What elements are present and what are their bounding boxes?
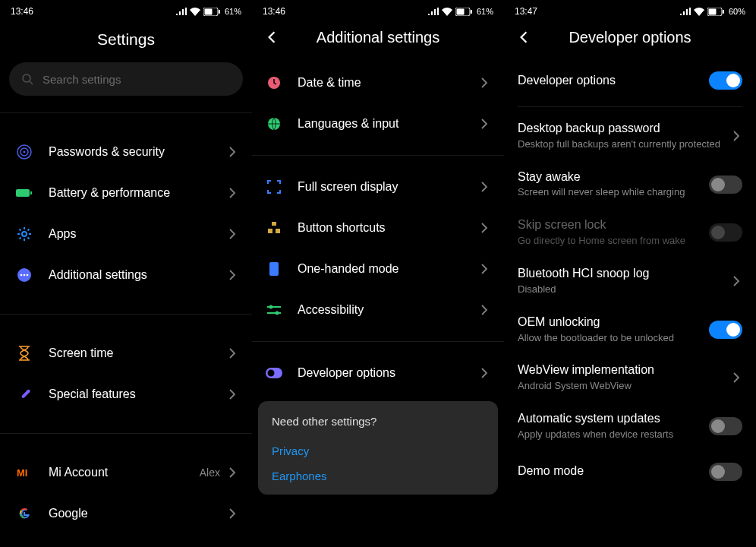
- toggle-oem-unlocking[interactable]: [709, 321, 742, 339]
- chevron-right-icon: [226, 507, 238, 520]
- google-logo-icon: [14, 503, 35, 524]
- status-icons: 61%: [176, 7, 241, 16]
- signal-icon: [176, 8, 187, 15]
- gear-icon: [14, 223, 35, 245]
- svg-rect-15: [21, 389, 31, 399]
- row-developer-options[interactable]: Developer options: [252, 353, 504, 394]
- row-stay-awake[interactable]: Stay awake Screen will never sleep while…: [504, 160, 756, 209]
- svg-point-13: [24, 274, 26, 277]
- svg-point-7: [24, 151, 26, 153]
- row-additional-settings[interactable]: Additional settings: [0, 255, 252, 296]
- toggle-icon: [266, 365, 282, 381]
- card-title: Need other settings?: [272, 415, 484, 428]
- row-title: Automatic system updates: [518, 411, 701, 427]
- row-subtitle: Disabled: [518, 283, 723, 296]
- svg-point-31: [268, 370, 275, 377]
- wand-icon: [14, 384, 35, 405]
- svg-rect-8: [16, 189, 30, 197]
- row-bluetooth-hci-snoop-log[interactable]: Bluetooth HCI snoop log Disabled: [504, 257, 756, 305]
- row-mi-account[interactable]: MI Mi Account Alex: [0, 452, 252, 493]
- row-desktop-backup-password[interactable]: Desktop backup password Desktop full bac…: [504, 112, 756, 160]
- row-label: Apps: [49, 227, 226, 241]
- shortcuts-icon: [266, 220, 282, 236]
- status-battery: 61%: [225, 7, 241, 16]
- row-title: Skip screen lock: [518, 217, 701, 233]
- row-value: Alex: [200, 466, 220, 479]
- row-accessibility[interactable]: Accessibility: [252, 289, 504, 330]
- chevron-right-icon: [226, 146, 238, 158]
- chevron-right-icon: [478, 222, 490, 234]
- chevron-right-icon: [478, 263, 490, 275]
- status-time: 13:47: [515, 6, 537, 17]
- row-label: Battery & performance: [49, 186, 226, 200]
- row-label: Mi Account: [49, 466, 200, 479]
- row-subtitle: Screen will never sleep while charging: [518, 186, 701, 199]
- svg-rect-1: [204, 8, 212, 14]
- chevron-right-icon: [478, 367, 490, 379]
- back-button[interactable]: [263, 28, 281, 46]
- row-passwords-security[interactable]: Passwords & security: [0, 131, 252, 172]
- battery-icon: [14, 182, 35, 204]
- status-icons: 61%: [428, 7, 493, 16]
- toggle-automatic-system-updates[interactable]: [709, 417, 742, 435]
- chevron-left-icon: [265, 30, 279, 44]
- row-label: Additional settings: [49, 268, 226, 282]
- svg-point-29: [276, 311, 279, 315]
- status-battery: 61%: [477, 7, 493, 16]
- row-webview-implementation[interactable]: WebView implementation Android System We…: [504, 353, 756, 402]
- battery-icon: [203, 8, 220, 16]
- link-earphones[interactable]: Earphones: [272, 463, 484, 489]
- wifi-icon: [442, 8, 452, 16]
- row-languages-input[interactable]: Languages & input: [252, 103, 504, 144]
- hourglass-icon: [14, 343, 35, 364]
- svg-rect-25: [269, 262, 279, 276]
- search-placeholder: Search settings: [43, 73, 121, 86]
- row-battery-performance[interactable]: Battery & performance: [0, 172, 252, 213]
- phone-icon: [266, 261, 282, 277]
- wifi-icon: [190, 8, 200, 16]
- page-title: Settings: [0, 20, 252, 62]
- row-subtitle: Allow the bootloader to be unlocked: [518, 332, 701, 345]
- row-subtitle: Android System WebView: [518, 380, 723, 393]
- row-screen-time[interactable]: Screen time: [0, 333, 252, 374]
- battery-icon: [455, 8, 472, 16]
- dots-icon: [14, 264, 35, 286]
- row-title: OEM unlocking: [518, 315, 701, 330]
- row-one-handed-mode[interactable]: One-handed mode: [252, 248, 504, 289]
- row-google[interactable]: Google: [0, 493, 252, 534]
- row-full-screen-display[interactable]: Full screen display: [252, 166, 504, 207]
- row-title: Demo mode: [518, 463, 701, 479]
- link-privacy[interactable]: Privacy: [272, 438, 484, 463]
- chevron-right-icon: [226, 269, 238, 281]
- divider: [518, 106, 742, 107]
- row-special-features[interactable]: Special features: [0, 374, 252, 415]
- status-bar: 13:46 61%: [252, 0, 504, 20]
- toggle-stay-awake[interactable]: [709, 175, 742, 194]
- row-developer-options-master[interactable]: Developer options: [504, 59, 756, 102]
- chevron-right-icon: [478, 181, 490, 193]
- row-label: Button shortcuts: [298, 221, 478, 235]
- row-oem-unlocking[interactable]: OEM unlocking Allow the bootloader to be…: [504, 305, 756, 354]
- row-date-time[interactable]: Date & time: [252, 62, 504, 103]
- svg-point-12: [20, 274, 23, 277]
- row-automatic-system-updates[interactable]: Automatic system updates Apply updates w…: [504, 402, 756, 451]
- row-apps[interactable]: Apps: [0, 213, 252, 255]
- svg-text:MI: MI: [17, 467, 27, 479]
- back-button[interactable]: [515, 28, 533, 46]
- status-battery: 60%: [729, 7, 745, 16]
- row-label: Screen time: [49, 346, 226, 360]
- row-title: Bluetooth HCI snoop log: [518, 266, 723, 282]
- row-label: Special features: [49, 387, 226, 401]
- row-subtitle: Go directly to Home screen from wake: [518, 235, 701, 248]
- toggle-developer-options[interactable]: [709, 71, 742, 90]
- signal-icon: [428, 8, 439, 15]
- toggle-demo-mode[interactable]: [709, 463, 742, 481]
- row-subtitle: Desktop full backups aren't currently pr…: [518, 138, 723, 151]
- chevron-right-icon: [730, 275, 742, 287]
- row-button-shortcuts[interactable]: Button shortcuts: [252, 207, 504, 248]
- chevron-right-icon: [226, 228, 238, 240]
- row-demo-mode[interactable]: Demo mode: [504, 451, 756, 493]
- chevron-right-icon: [226, 187, 238, 199]
- search-input[interactable]: Search settings: [9, 62, 243, 96]
- globe-icon: [266, 115, 282, 132]
